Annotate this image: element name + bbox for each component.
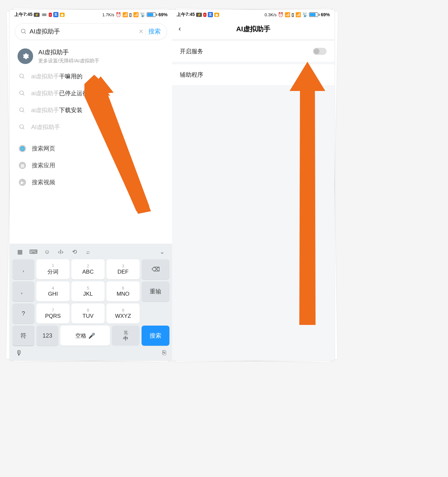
- key-1[interactable]: 1分词: [36, 259, 69, 279]
- svg-line-9: [23, 128, 24, 129]
- alipay-icon: 支: [208, 12, 213, 17]
- result-path: 更多设置/无障碍/AI虚拟助手: [38, 58, 99, 64]
- battery-icon: [147, 12, 157, 17]
- svg-point-8: [20, 125, 24, 129]
- key-symbol[interactable]: 符: [12, 326, 34, 346]
- key-7[interactable]: 7PQRS: [36, 303, 69, 324]
- svg-point-4: [20, 91, 24, 95]
- settings-body: 开启服务 辅助程序: [172, 39, 334, 361]
- voice-icon[interactable]: 🎙: [16, 349, 23, 357]
- svg-line-3: [23, 77, 24, 79]
- key-8[interactable]: 8TUV: [71, 303, 105, 324]
- search-icon: [19, 73, 25, 80]
- apps-icon: ▦: [19, 162, 26, 169]
- kb-grid-icon[interactable]: ▦: [13, 247, 27, 257]
- page-header: ‹ AI虚拟助手: [172, 19, 334, 39]
- right-screenshot: 上午7:45 ⚡ ▪ 支 ◉ 0.3K/s ⏰ 📶 ▯ 📶 📡 69% ‹: [172, 10, 334, 361]
- left-screenshot: 上午7:45 ⚡ ⌨ ▪ 支 ◉ 1.7K/s ⏰ 📶 ▯ 📶 📡 69%: [10, 10, 172, 361]
- key-search[interactable]: 搜索: [142, 326, 169, 346]
- battery-icon: [309, 12, 319, 17]
- kb-collapse-icon[interactable]: ⌄: [155, 247, 169, 257]
- gear-icon: [18, 48, 33, 64]
- key-2[interactable]: 2ABC: [71, 259, 105, 279]
- app-badge-icon: ▪: [203, 13, 206, 17]
- svg-line-5: [23, 94, 24, 96]
- key-backspace[interactable]: ⌫: [142, 259, 169, 279]
- search-header: ✕ 搜索: [10, 19, 172, 42]
- key-comma[interactable]: ,: [12, 259, 34, 279]
- key-9[interactable]: 9WXYZ: [106, 303, 140, 324]
- alarm-icon: ⏰: [116, 12, 121, 17]
- net-speed: 0.3K/s: [265, 12, 277, 17]
- enable-toggle[interactable]: [313, 48, 327, 55]
- suggestion-row[interactable]: ai虚拟助手干嘛用的: [10, 68, 172, 85]
- search-icon: [19, 124, 25, 130]
- kb-emoji-icon[interactable]: ☺: [40, 247, 54, 257]
- globe-icon: 🌐: [19, 145, 26, 152]
- search-apps[interactable]: ▦ 搜索应用: [10, 157, 172, 174]
- sim-icon: ▯: [292, 12, 294, 17]
- key-5[interactable]: 5JKL: [71, 281, 105, 302]
- status-bar: 上午7:45 ⚡ ▪ 支 ◉ 0.3K/s ⏰ 📶 ▯ 📶 📡 69%: [172, 10, 334, 19]
- result-title: AI虚拟助手: [38, 48, 99, 57]
- svg-point-2: [20, 74, 24, 78]
- key-6[interactable]: 6MNO: [106, 281, 140, 302]
- key-reinput[interactable]: 重输: [142, 281, 169, 302]
- enable-service-row[interactable]: 开启服务: [172, 41, 334, 62]
- status-time: 上午7:45: [14, 12, 32, 18]
- key-period[interactable]: 。: [12, 281, 34, 302]
- assist-program-row[interactable]: 辅助程序: [172, 64, 334, 85]
- mic-icon: 🎤: [88, 332, 95, 339]
- suggestion-row[interactable]: ai虚拟助手下载安装: [10, 102, 172, 119]
- keyboard-icon: ⌨: [41, 13, 47, 17]
- weibo-icon: ◉: [60, 13, 65, 17]
- svg-point-0: [21, 29, 25, 33]
- search-input[interactable]: [27, 28, 136, 35]
- search-web[interactable]: 🌐 搜索网页: [10, 140, 172, 157]
- app-badge-icon: ▪: [49, 13, 52, 17]
- soft-keyboard: ▦ ⌨ ☺ ‹I› ⟲ ⌕ ⌄ , 1分词 2ABC 3DEF ⌫ 。 4GHI…: [10, 244, 172, 361]
- key-lang[interactable]: 英中: [112, 326, 140, 346]
- battery-pct: 69%: [321, 12, 330, 17]
- svg-line-7: [23, 111, 24, 112]
- status-time: 上午7:45: [177, 12, 195, 18]
- key-3[interactable]: 3DEF: [106, 259, 140, 279]
- search-icon: [20, 28, 27, 35]
- clear-button[interactable]: ✕: [136, 28, 145, 35]
- key-question[interactable]: ?: [12, 303, 34, 324]
- clipboard-icon[interactable]: ⎘: [162, 349, 166, 357]
- svg-line-1: [25, 32, 26, 34]
- wifi-icon: 📡: [302, 12, 308, 17]
- settings-result[interactable]: AI虚拟助手 更多设置/无障碍/AI虚拟助手: [10, 44, 172, 68]
- key-4[interactable]: 4GHI: [36, 281, 69, 302]
- search-video[interactable]: ▶ 搜索视频: [10, 174, 172, 191]
- search-icon: [19, 90, 25, 97]
- sim-icon: ▯: [129, 12, 132, 17]
- svg-point-6: [20, 108, 24, 112]
- signal2-icon: 📶: [133, 12, 139, 17]
- signal-icon: 📶: [285, 12, 290, 17]
- wifi-icon: 📡: [140, 12, 145, 17]
- alipay-icon: 支: [53, 12, 58, 17]
- back-button[interactable]: ‹: [179, 25, 188, 33]
- search-icon: [19, 107, 25, 113]
- net-speed: 1.7K/s: [102, 12, 114, 17]
- alarm-icon: ⏰: [278, 12, 283, 17]
- signal2-icon: 📶: [295, 12, 301, 17]
- page-title: AI虚拟助手: [236, 24, 270, 33]
- key-space[interactable]: 空格🎤: [60, 326, 110, 346]
- weibo-icon: ◉: [214, 13, 219, 17]
- suggestion-row[interactable]: AI虚拟助手: [10, 119, 172, 135]
- kb-cursor-icon[interactable]: ‹I›: [54, 247, 68, 257]
- status-bar: 上午7:45 ⚡ ⌨ ▪ 支 ◉ 1.7K/s ⏰ 📶 ▯ 📶 📡 69%: [10, 10, 172, 19]
- kb-link-icon[interactable]: ⟲: [68, 247, 81, 257]
- search-button[interactable]: 搜索: [145, 27, 163, 36]
- signal-icon: 📶: [122, 12, 128, 17]
- key-123[interactable]: 123: [36, 326, 58, 346]
- shield-icon: ⚡: [34, 13, 40, 17]
- battery-pct: 69%: [158, 12, 168, 17]
- kb-search-icon[interactable]: ⌕: [81, 247, 95, 257]
- search-bar: ✕ 搜索: [15, 23, 167, 40]
- suggestion-row[interactable]: ai虚拟助手已停止运行: [10, 85, 172, 102]
- kb-keyboard-icon[interactable]: ⌨: [27, 247, 40, 257]
